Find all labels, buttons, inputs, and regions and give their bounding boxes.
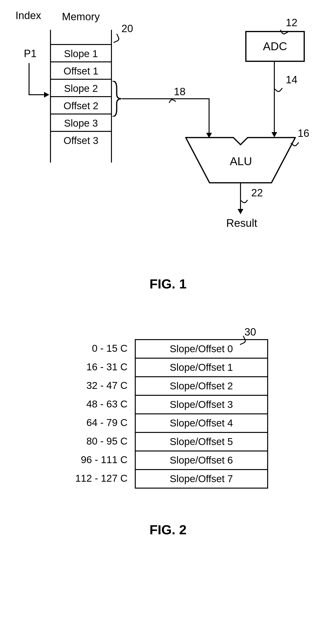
ref-20: 20	[121, 22, 133, 34]
adc-label: ADC	[263, 40, 287, 52]
table-row: 32 - 47 C Slope/Offset 2	[49, 376, 280, 395]
temperature-range: 64 - 79 C	[49, 414, 135, 432]
figure-2-caption: FIG. 2	[10, 522, 326, 538]
pointer-p1-line	[29, 94, 47, 95]
adc-block: ADC	[245, 31, 305, 62]
memory-cell: Offset 1	[51, 62, 111, 79]
ref-12: 12	[286, 17, 297, 28]
memory-heading: Memory	[62, 11, 100, 22]
temperature-range: 80 - 95 C	[49, 432, 135, 450]
table-row: 80 - 95 C Slope/Offset 5	[49, 432, 280, 450]
slope-offset-entry: Slope/Offset 6	[135, 450, 268, 469]
wire-22	[240, 183, 241, 211]
alu-label: ALU	[230, 155, 252, 168]
leader-22	[241, 197, 248, 204]
temperature-range: 48 - 63 C	[49, 395, 135, 414]
table-row: 64 - 79 C Slope/Offset 4	[49, 414, 280, 432]
figure-1-caption: FIG. 1	[10, 276, 326, 292]
slope-offset-entry: Slope/Offset 0	[135, 339, 268, 358]
temperature-range: 32 - 47 C	[49, 376, 135, 395]
table-row: 96 - 111 C Slope/Offset 6	[49, 450, 280, 469]
slope-offset-entry: Slope/Offset 3	[135, 395, 268, 414]
temperature-lookup-table: 0 - 15 C Slope/Offset 0 16 - 31 C Slope/…	[49, 339, 280, 488]
leader-18	[169, 98, 176, 106]
wire-14-arrowhead-icon	[271, 132, 277, 137]
ref-18: 18	[174, 86, 185, 98]
ref-14: 14	[286, 74, 297, 86]
index-label: Index	[16, 10, 41, 22]
memory-cell: Slope 3	[51, 114, 111, 131]
wire-18	[209, 98, 210, 135]
slope-offset-entry: Slope/Offset 7	[135, 469, 268, 488]
result-label: Result	[226, 216, 257, 230]
temperature-range: 112 - 127 C	[49, 469, 135, 488]
pointer-p1-arrowhead-icon	[44, 92, 49, 98]
memory-cell: Offset 2	[51, 96, 111, 114]
memory-cell: Offset 3	[51, 131, 111, 148]
memory-brace-icon	[112, 81, 122, 116]
memory-cell: Slope 1	[51, 44, 111, 62]
temperature-range: 0 - 15 C	[49, 339, 135, 358]
slope-offset-entry: Slope/Offset 4	[135, 414, 268, 432]
wire-18	[122, 98, 210, 99]
slope-offset-entry: Slope/Offset 2	[135, 376, 268, 395]
ref-30: 30	[245, 326, 256, 338]
ref-16: 16	[298, 127, 309, 139]
memory-column: Slope 1 Offset 1 Slope 2 Offset 2 Slope …	[50, 30, 112, 162]
temperature-range: 96 - 111 C	[49, 450, 135, 469]
leader-14	[274, 84, 283, 93]
pointer-p1-label: P1	[24, 48, 37, 60]
wire-22-arrowhead-icon	[238, 209, 243, 214]
table-row: 112 - 127 C Slope/Offset 7	[49, 469, 280, 488]
table-row: 48 - 63 C Slope/Offset 3	[49, 395, 280, 414]
pointer-p1-line	[29, 63, 30, 95]
figure-1: Index Memory 20 Slope 1 Offset 1 Slope 2…	[10, 10, 319, 248]
ref-22: 22	[251, 187, 263, 199]
memory-cell: Slope 2	[51, 79, 111, 96]
slope-offset-entry: Slope/Offset 5	[135, 432, 268, 450]
leader-20	[111, 34, 120, 43]
table-row: 16 - 31 C Slope/Offset 1	[49, 358, 280, 376]
slope-offset-entry: Slope/Offset 1	[135, 358, 268, 376]
figure-2: 30 0 - 15 C Slope/Offset 0 16 - 31 C Slo…	[25, 339, 311, 488]
wire-14	[274, 62, 275, 134]
temperature-range: 16 - 31 C	[49, 358, 135, 376]
